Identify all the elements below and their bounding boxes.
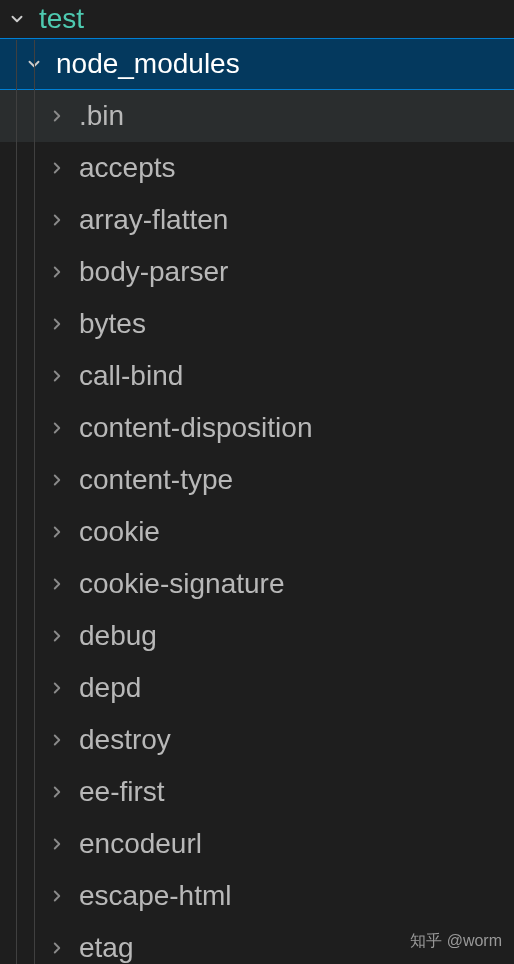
folder-label: content-disposition	[79, 412, 312, 444]
watermark: 知乎 @worm	[410, 931, 502, 952]
folder-label: cookie-signature	[79, 568, 284, 600]
folder-label: call-bind	[79, 360, 183, 392]
subfolder-list: .binacceptsarray-flattenbody-parserbytes…	[0, 90, 514, 964]
chevron-right-icon	[45, 208, 69, 232]
folder-label: node_modules	[56, 48, 240, 80]
folder-label: escape-html	[79, 880, 232, 912]
folder-item[interactable]: accepts	[0, 142, 514, 194]
folder-label: depd	[79, 672, 141, 704]
chevron-right-icon	[45, 884, 69, 908]
folder-label: body-parser	[79, 256, 228, 288]
chevron-right-icon	[45, 832, 69, 856]
chevron-right-icon	[45, 728, 69, 752]
folder-item[interactable]: ee-first	[0, 766, 514, 818]
chevron-right-icon	[45, 104, 69, 128]
folder-label: content-type	[79, 464, 233, 496]
folder-item[interactable]: cookie	[0, 506, 514, 558]
folder-label: array-flatten	[79, 204, 228, 236]
folder-item[interactable]: content-disposition	[0, 402, 514, 454]
chevron-right-icon	[45, 676, 69, 700]
folder-item[interactable]: .bin	[0, 90, 514, 142]
chevron-right-icon	[45, 780, 69, 804]
folder-root[interactable]: test	[0, 0, 514, 38]
folder-label: bytes	[79, 308, 146, 340]
folder-item[interactable]: body-parser	[0, 246, 514, 298]
folder-label: debug	[79, 620, 157, 652]
chevron-right-icon	[45, 260, 69, 284]
chevron-right-icon	[45, 624, 69, 648]
chevron-right-icon	[45, 416, 69, 440]
folder-item[interactable]: escape-html	[0, 870, 514, 922]
chevron-right-icon	[45, 936, 69, 960]
indent-guide	[16, 40, 17, 964]
folder-item[interactable]: content-type	[0, 454, 514, 506]
folder-label: test	[39, 3, 84, 35]
folder-label: destroy	[79, 724, 171, 756]
indent-guide	[34, 40, 35, 964]
folder-label: .bin	[79, 100, 124, 132]
folder-node-modules[interactable]: node_modules	[0, 38, 514, 90]
folder-label: cookie	[79, 516, 160, 548]
folder-item[interactable]: cookie-signature	[0, 558, 514, 610]
folder-item[interactable]: debug	[0, 610, 514, 662]
folder-label: accepts	[79, 152, 176, 184]
folder-item[interactable]: destroy	[0, 714, 514, 766]
folder-item[interactable]: depd	[0, 662, 514, 714]
folder-item[interactable]: bytes	[0, 298, 514, 350]
chevron-right-icon	[45, 572, 69, 596]
chevron-down-icon	[5, 7, 29, 31]
folder-label: encodeurl	[79, 828, 202, 860]
chevron-right-icon	[45, 156, 69, 180]
chevron-right-icon	[45, 312, 69, 336]
folder-item[interactable]: array-flatten	[0, 194, 514, 246]
chevron-right-icon	[45, 520, 69, 544]
chevron-right-icon	[45, 468, 69, 492]
folder-label: etag	[79, 932, 134, 964]
folder-item[interactable]: call-bind	[0, 350, 514, 402]
chevron-right-icon	[45, 364, 69, 388]
folder-label: ee-first	[79, 776, 165, 808]
file-explorer-tree: test node_modules .binacceptsarray-flatt…	[0, 0, 514, 964]
folder-item[interactable]: encodeurl	[0, 818, 514, 870]
